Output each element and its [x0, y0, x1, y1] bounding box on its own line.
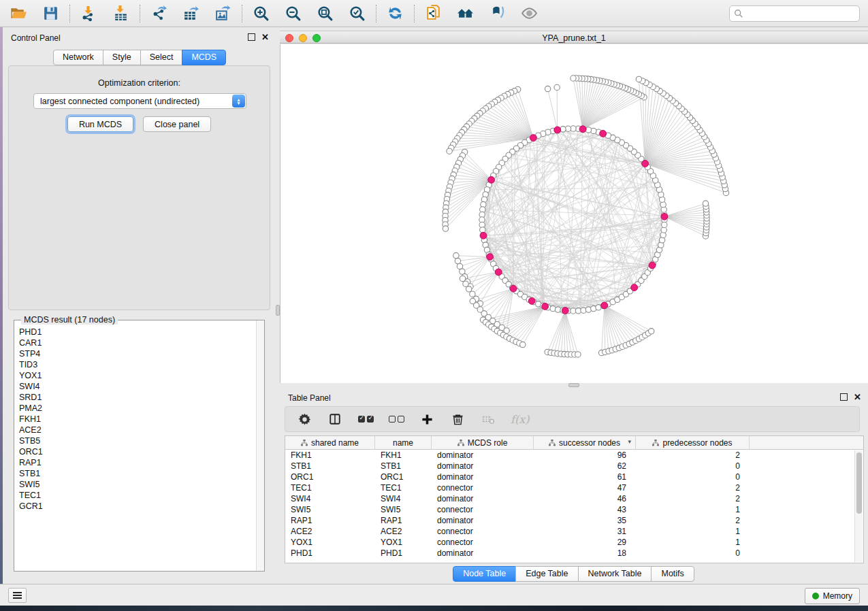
column-header-predecessor-nodes[interactable]: predecessor nodes [636, 436, 750, 449]
memory-button[interactable]: Memory [805, 588, 860, 604]
tab-select[interactable]: Select [140, 50, 183, 65]
table-row[interactable]: TEC1TEC1connector472 [285, 482, 863, 493]
table-scrollbar-thumb[interactable] [856, 452, 862, 514]
mcds-result-title: MCDS result (17 nodes) [21, 315, 118, 325]
refresh-layout-button[interactable] [386, 4, 404, 22]
cell-successor-nodes: 62 [534, 461, 636, 472]
column-header-successor-nodes[interactable]: successor nodes▾ [534, 436, 636, 449]
mcds-result-item[interactable]: YOX1 [19, 370, 255, 381]
table-row[interactable]: STB1STB1dominator620 [285, 461, 863, 472]
open-session-button[interactable] [10, 4, 28, 22]
status-bar: Memory [0, 584, 868, 606]
save-session-button[interactable] [42, 4, 60, 22]
run-mcds-button[interactable]: Run MCDS [67, 116, 133, 132]
add-column-icon[interactable] [419, 411, 435, 427]
mcds-result-item[interactable]: FKH1 [19, 414, 255, 425]
export-network-button[interactable] [150, 4, 168, 22]
table-row[interactable]: YOX1YOX1connector291 [285, 537, 863, 548]
float-window-icon[interactable] [840, 393, 848, 401]
export-image-button[interactable] [214, 4, 232, 22]
mcds-result-item[interactable]: SWI4 [19, 381, 255, 392]
mcds-result-item[interactable]: SRD1 [19, 392, 255, 403]
mcds-result-item[interactable]: PHD1 [19, 327, 255, 337]
table-row[interactable]: ACE2ACE2connector311 [285, 526, 863, 537]
float-window-icon[interactable] [248, 33, 255, 41]
open-folder-icon [10, 5, 27, 22]
table-scrollbar[interactable] [854, 450, 863, 562]
table-row[interactable]: RAP1RAP1dominator352 [285, 515, 863, 526]
table-row[interactable]: PHD1PHD1dominator180 [285, 548, 863, 559]
zoom-in-button[interactable] [252, 4, 270, 22]
deselect-all-checkbox-icon[interactable] [388, 411, 404, 427]
mcds-result-item[interactable]: TEC1 [19, 490, 255, 501]
mcds-result-item[interactable]: ACE2 [19, 425, 255, 435]
mcds-list-scrollbar[interactable] [256, 320, 264, 571]
mcds-result-item[interactable]: RAP1 [19, 457, 255, 468]
hide-graphics-details-button[interactable] [488, 4, 507, 22]
zoom-out-button[interactable] [284, 4, 302, 22]
mcds-result-item[interactable]: ORC1 [19, 446, 255, 457]
column-header-MCDS-role[interactable]: MCDS role [432, 436, 534, 449]
table-row[interactable]: SWI5SWI5connector431 [285, 504, 863, 515]
close-panel-icon[interactable]: ✕ [854, 393, 861, 401]
mcds-result-list[interactable]: PHD1CAR1STP4TID3YOX1SWI4SRD1PMA2FKH1ACE2… [15, 327, 255, 570]
mcds-result-item[interactable]: TID3 [19, 359, 255, 370]
delete-column-icon[interactable] [449, 411, 466, 427]
mcds-result-item[interactable]: STP4 [19, 348, 255, 359]
column-header-name[interactable]: name [375, 436, 432, 449]
network-graph[interactable] [280, 44, 867, 382]
mcds-result-item[interactable]: STB5 [19, 435, 255, 446]
tab-edge-table[interactable]: Edge Table [515, 566, 578, 582]
zoom-selected-button[interactable] [348, 4, 366, 22]
cell-successor-nodes: 31 [534, 526, 636, 537]
cell-name: PHD1 [375, 548, 432, 559]
cell-predecessor-nodes: 1 [636, 537, 750, 548]
mcds-result-item[interactable]: GCR1 [19, 501, 255, 512]
cell-shared-name: YOX1 [285, 537, 375, 548]
export-network-icon [150, 5, 167, 22]
mcds-result-item[interactable]: PMA2 [19, 403, 255, 414]
delete-table-icon[interactable] [480, 411, 496, 427]
import-network-button[interactable] [80, 4, 98, 22]
select-all-checkbox-icon[interactable] [357, 411, 374, 427]
task-history-button[interactable] [8, 588, 27, 603]
control-panel-title: Control Panel [11, 33, 61, 43]
mcds-result-item[interactable]: STB1 [19, 468, 255, 479]
close-panel-icon[interactable]: ✕ [261, 33, 269, 41]
graph-leaf-node [649, 329, 654, 334]
mcds-tab-content: Optimization criterion: largest connecte… [8, 65, 270, 310]
cell-predecessor-nodes: 2 [636, 450, 750, 461]
close-panel-button[interactable]: Close panel [143, 116, 211, 132]
tab-network-table[interactable]: Network Table [578, 566, 652, 582]
graphics-details-icon [489, 5, 506, 22]
network-titlebar[interactable]: YPA_prune.txt_1 [280, 31, 868, 44]
table-row[interactable]: FKH1FKH1dominator962 [285, 450, 863, 461]
tab-node-table[interactable]: Node Table [453, 566, 516, 582]
export-table-button[interactable] [182, 4, 200, 22]
table-row[interactable]: SWI4SWI4dominator462 [285, 493, 863, 504]
clone-network-button[interactable] [424, 4, 443, 22]
table-row[interactable]: ORC1ORC1dominator610 [285, 472, 863, 482]
show-hide-button[interactable] [520, 4, 539, 22]
mcds-result-item[interactable]: CAR1 [19, 337, 255, 348]
column-header-shared-name[interactable]: shared name [285, 436, 375, 449]
criterion-dropdown[interactable]: largest connected component (undirected)… [33, 93, 246, 109]
export-table-icon [182, 5, 199, 22]
import-table-button[interactable] [112, 4, 130, 22]
zoom-fit-button[interactable] [316, 4, 334, 22]
graph-hub-node [495, 269, 502, 276]
settings-gear-icon[interactable] [296, 411, 312, 427]
tab-motifs[interactable]: Motifs [651, 566, 694, 582]
node-table[interactable]: shared namenameMCDS rolesuccessor nodes▾… [285, 435, 864, 563]
tab-network[interactable]: Network [53, 50, 103, 65]
function-builder-icon[interactable]: f(x) [511, 413, 529, 426]
mcds-result-item[interactable]: SWI5 [19, 479, 255, 490]
tab-style[interactable]: Style [103, 50, 141, 65]
column-layout-icon[interactable] [327, 411, 343, 427]
graph-hub-node [542, 303, 549, 310]
tab-mcds[interactable]: MCDS [182, 50, 226, 65]
cell-MCDS-role: dominator [432, 472, 534, 482]
network-canvas[interactable] [280, 44, 868, 383]
search-input[interactable] [729, 5, 860, 22]
home-button[interactable] [456, 4, 475, 22]
